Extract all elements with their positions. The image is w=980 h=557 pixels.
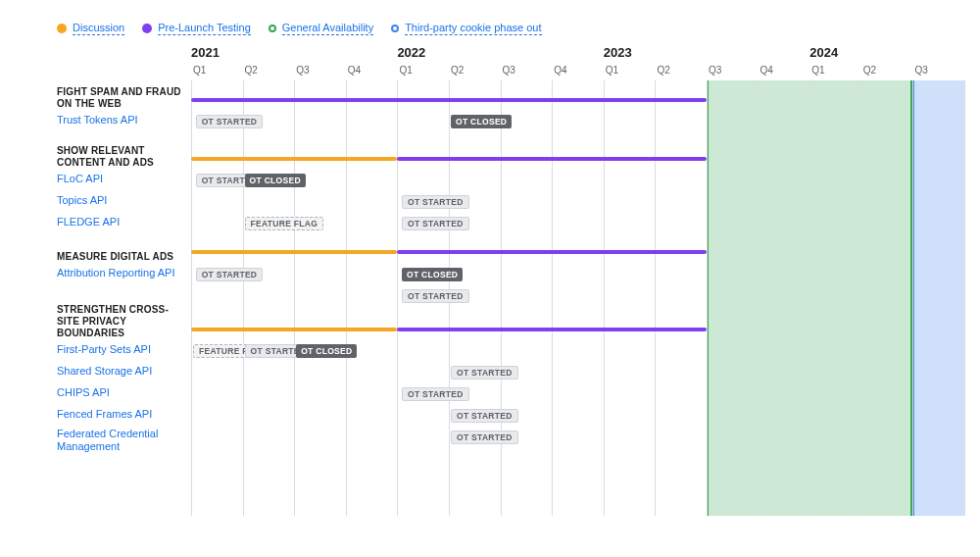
api-link[interactable]: FLoC API xyxy=(57,173,103,185)
section-title: MEASURE DIGITAL ADS xyxy=(57,251,173,263)
phase-bar xyxy=(191,98,707,102)
quarter-label: Q1 xyxy=(193,65,206,76)
phase-bar xyxy=(397,157,707,161)
api-row: OT STARTEDOT CLOSED xyxy=(191,169,965,190)
event-badge: FEATURE FLAG xyxy=(245,217,324,230)
legend-item[interactable]: General Availability xyxy=(269,22,373,35)
year-row: 2021202220232024 xyxy=(191,45,965,63)
event-badge: OT STARTED xyxy=(402,289,469,303)
row-labels: FIGHT SPAM AND FRAUD ON THE WEBTrust Tok… xyxy=(0,45,191,516)
section-header-row xyxy=(191,241,965,263)
api-link[interactable]: First-Party Sets API xyxy=(57,343,151,356)
event-badge: OT CLOSED xyxy=(451,115,512,128)
api-link[interactable]: Fenced Frames API xyxy=(57,408,152,421)
event-badge: OT STARTED xyxy=(196,115,264,128)
quarter-label: Q2 xyxy=(657,65,669,76)
event-badge: OT STARTED xyxy=(451,430,518,444)
quarter-label: Q3 xyxy=(503,65,515,76)
event-badge: OT STARTED xyxy=(196,268,264,281)
quarter-label: Q3 xyxy=(914,65,927,76)
api-link[interactable]: Attribution Reporting API xyxy=(57,267,174,279)
event-badge: OT STARTED xyxy=(402,195,469,209)
event-badge: OT CLOSED xyxy=(245,174,306,187)
api-row: FEATURE FLAGOT STARTED xyxy=(191,212,965,233)
legend-item[interactable]: Third-party cookie phase out xyxy=(391,22,541,35)
api-row: OT STARTED xyxy=(191,426,965,455)
quarter-label: Q4 xyxy=(554,65,566,76)
quarter-label: Q3 xyxy=(709,65,721,76)
section-header-row xyxy=(191,310,965,339)
event-badge: OT STARTED xyxy=(402,387,469,401)
api-row: OT STARTEDOT CLOSED xyxy=(191,110,965,131)
api-row: FEATURE FLAGOT STARTEDOT CLOSED xyxy=(191,339,965,361)
event-badge: OT CLOSED xyxy=(296,344,357,358)
quarter-label: Q2 xyxy=(863,65,876,76)
section-title: SHOW RELEVANT CONTENT AND ADS xyxy=(57,145,185,169)
quarter-label: Q4 xyxy=(348,65,361,76)
api-row: OT STARTED xyxy=(191,382,965,404)
api-row: OT STARTED xyxy=(191,190,965,212)
legend-dot-icon xyxy=(269,25,276,32)
legend-label: Discussion xyxy=(73,22,124,35)
api-link[interactable]: FLEDGE API xyxy=(57,216,120,228)
api-link[interactable]: CHIPS API xyxy=(57,386,110,399)
phase-bar xyxy=(397,328,707,331)
year-label: 2021 xyxy=(191,45,220,60)
legend-label: General Availability xyxy=(282,22,373,35)
quarter-row: Q1Q2Q3Q4Q1Q2Q3Q4Q1Q2Q3Q4Q1Q2Q3 xyxy=(191,65,965,80)
api-link[interactable]: Topics API xyxy=(57,194,107,207)
quarter-label: Q4 xyxy=(760,65,773,76)
legend-dot-icon xyxy=(142,24,152,33)
quarter-label: Q2 xyxy=(451,65,464,76)
api-row: OT STARTEDOT CLOSED xyxy=(191,263,965,284)
api-link[interactable]: Shared Storage API xyxy=(57,365,152,378)
phase-bar xyxy=(397,250,707,254)
quarter-label: Q3 xyxy=(296,65,309,76)
legend-label: Third-party cookie phase out xyxy=(405,22,541,35)
timeline-rows: OT STARTEDOT CLOSEDOT STARTEDOT CLOSEDOT… xyxy=(191,80,965,516)
quarter-label: Q1 xyxy=(811,65,824,76)
phase-bar xyxy=(191,250,397,254)
section-title: STRENGTHEN CROSS-SITE PRIVACY BOUNDARIES xyxy=(57,304,185,339)
quarter-label: Q1 xyxy=(606,65,618,76)
phase-bar xyxy=(191,328,397,331)
section-header-row xyxy=(191,139,965,169)
year-label: 2023 xyxy=(604,45,632,60)
phase-bar xyxy=(191,157,397,161)
year-label: 2024 xyxy=(809,45,838,60)
event-badge: OT STARTED xyxy=(451,366,518,380)
section-title: FIGHT SPAM AND FRAUD ON THE WEB xyxy=(57,86,185,110)
event-badge: OT STARTED xyxy=(451,409,518,423)
legend-label: Pre-Launch Testing xyxy=(158,22,251,35)
year-label: 2022 xyxy=(397,45,425,60)
legend-dot-icon xyxy=(391,25,399,32)
legend-item[interactable]: Discussion xyxy=(57,22,124,35)
timeline-wrap: FIGHT SPAM AND FRAUD ON THE WEBTrust Tok… xyxy=(0,45,980,516)
api-row: OT STARTED xyxy=(191,404,965,426)
quarter-label: Q1 xyxy=(399,65,412,76)
quarter-label: Q2 xyxy=(245,65,258,76)
legend-dot-icon xyxy=(57,24,67,33)
section-header-row xyxy=(191,80,965,110)
api-link[interactable]: Federated Credential Management xyxy=(57,428,185,453)
api-link[interactable]: Trust Tokens API xyxy=(57,114,138,127)
legend-item[interactable]: Pre-Launch Testing xyxy=(142,22,251,35)
event-badge: OT CLOSED xyxy=(402,268,463,281)
legend: DiscussionPre-Launch TestingGeneral Avai… xyxy=(0,0,980,45)
api-row: OT STARTED xyxy=(191,284,965,302)
timeline-chart: 2021202220232024 Q1Q2Q3Q4Q1Q2Q3Q4Q1Q2Q3Q… xyxy=(191,45,965,516)
api-row: OT STARTED xyxy=(191,361,965,382)
event-badge: OT STARTED xyxy=(402,217,469,230)
